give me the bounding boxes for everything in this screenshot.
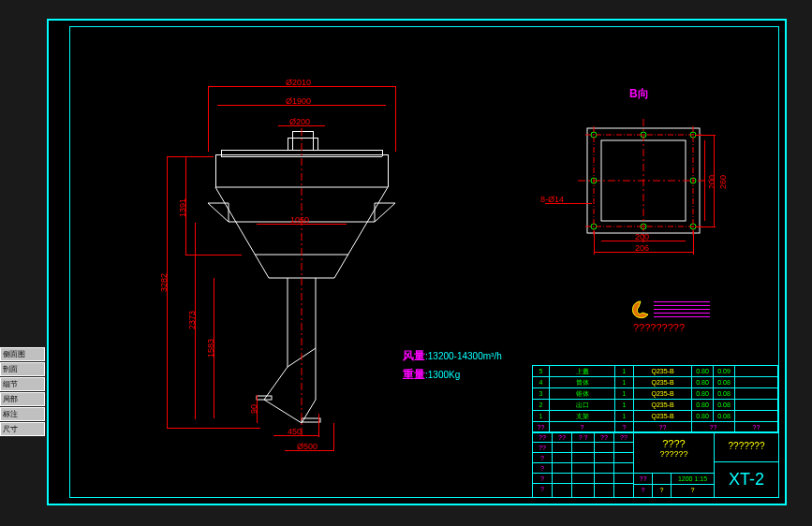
dim-d1900: Ø1900 bbox=[286, 96, 311, 106]
left-toolbar: 侧面图 剖面 细节 局部 标注 尺寸 bbox=[0, 346, 45, 437]
dim-h2373: 2373 bbox=[187, 311, 197, 329]
logo-text: ????????? bbox=[633, 322, 685, 333]
dim-h1583: 1583 bbox=[206, 339, 215, 358]
dim-w206: 206 bbox=[635, 243, 649, 253]
toolbar-item[interactable]: 局部 bbox=[0, 392, 45, 406]
parts-list-row: 3锥体1Q235-B0.800.08 bbox=[533, 388, 778, 400]
detail-label: B向 bbox=[629, 86, 649, 102]
title-block: 5上盖1Q235-B0.800.094筒体1Q235-B0.800.083锥体1… bbox=[532, 365, 779, 498]
dim-holes: 8-Ø14 bbox=[540, 195, 564, 204]
company-name: ??????? bbox=[715, 432, 778, 451]
parts-list-row: 1支架1Q235-B0.800.08 bbox=[533, 411, 778, 422]
dim-h3282: 3282 bbox=[159, 273, 169, 292]
dim-h1391: 1391 bbox=[178, 198, 187, 217]
spec-flow: 风量:13200-14300m³/h bbox=[403, 348, 502, 364]
dim-w200-inner: 200 bbox=[635, 232, 649, 241]
drawing-canvas[interactable]: Ø2010 Ø1900 Ø200 3282 bbox=[47, 19, 787, 505]
toolbar-item[interactable]: 细节 bbox=[0, 377, 45, 391]
drawing-number: XT-2 bbox=[729, 470, 764, 489]
parts-list-row: 5上盖1Q235-B0.800.09 bbox=[533, 366, 778, 377]
parts-list-row: 4筒体1Q235-B0.800.08 bbox=[533, 377, 778, 388]
dim-d2010: Ø2010 bbox=[286, 78, 311, 87]
dim-h260: 260 bbox=[718, 175, 728, 189]
company-logo-icon bbox=[629, 300, 646, 316]
toolbar-item[interactable]: 侧面图 bbox=[0, 347, 45, 361]
drawing-title: ???? bbox=[634, 432, 714, 449]
dim-h200: 200 bbox=[707, 175, 716, 189]
hopper-outline bbox=[189, 156, 423, 437]
toolbar-item[interactable]: 剖面 bbox=[0, 362, 45, 376]
toolbar-item[interactable]: 标注 bbox=[0, 407, 45, 421]
toolbar-item[interactable]: 尺寸 bbox=[0, 422, 45, 436]
parts-list-row: 2出口1Q235-B0.800.08 bbox=[533, 400, 778, 411]
detail-view-b: 206 200 260 200 8-Ø14 bbox=[573, 110, 714, 250]
scale: 1200 1:15 bbox=[672, 474, 714, 484]
spec-weight: 重量:1300Kg bbox=[403, 367, 460, 383]
dim-d200: Ø200 bbox=[289, 117, 310, 126]
